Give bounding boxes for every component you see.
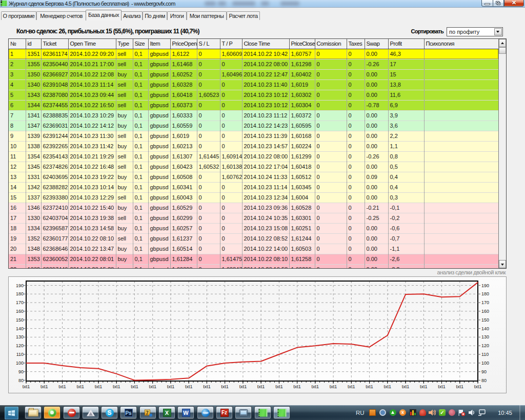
svg-text:150: 150	[16, 317, 24, 323]
svg-text:txt1: txt1	[438, 384, 446, 389]
svg-text:txt1: txt1	[95, 384, 103, 389]
svg-text:txt1: txt1	[239, 384, 247, 389]
svg-text:txt1: txt1	[312, 384, 319, 389]
svg-text:txt1: txt1	[41, 384, 48, 389]
svg-text:170: 170	[481, 300, 489, 305]
svg-text:txt1: txt1	[348, 384, 355, 389]
svg-text:140: 140	[16, 326, 24, 331]
svg-text:txt1: txt1	[185, 384, 193, 389]
svg-text:txt1: txt1	[149, 384, 156, 389]
svg-text:txt1: txt1	[23, 384, 30, 389]
svg-text:120: 120	[16, 343, 24, 348]
svg-text:160: 160	[16, 309, 24, 314]
svg-text:190: 190	[16, 283, 24, 288]
svg-text:txt1: txt1	[131, 384, 138, 389]
svg-text:190: 190	[481, 283, 489, 288]
svg-text:txt1: txt1	[474, 384, 482, 389]
svg-text:180: 180	[16, 291, 24, 296]
svg-text:txt1: txt1	[402, 384, 410, 389]
svg-text:txt1: txt1	[293, 384, 301, 389]
svg-text:120: 120	[481, 343, 489, 348]
svg-text:160: 160	[481, 309, 489, 314]
svg-text:txt1: txt1	[203, 384, 211, 389]
svg-text:130: 130	[16, 334, 24, 339]
svg-text:150: 150	[481, 317, 489, 323]
svg-text:txt1: txt1	[58, 384, 66, 389]
svg-text:90: 90	[18, 369, 24, 374]
svg-text:140: 140	[481, 326, 489, 331]
svg-text:txt1: txt1	[330, 384, 337, 389]
svg-text:80: 80	[481, 378, 487, 383]
svg-text:txt1: txt1	[113, 384, 120, 389]
svg-text:txt1: txt1	[257, 384, 265, 389]
svg-text:txt1: txt1	[456, 384, 464, 389]
svg-text:80: 80	[18, 378, 24, 383]
svg-text:100: 100	[481, 361, 489, 366]
svg-text:100: 100	[16, 361, 24, 366]
svg-text:130: 130	[481, 334, 489, 339]
svg-text:110: 110	[16, 352, 24, 357]
svg-text:110: 110	[481, 352, 489, 357]
svg-text:txt1: txt1	[366, 384, 373, 389]
svg-text:170: 170	[16, 300, 24, 305]
svg-text:txt1: txt1	[167, 384, 175, 389]
svg-text:90: 90	[481, 369, 487, 374]
svg-text:txt1: txt1	[275, 384, 283, 389]
svg-text:txt1: txt1	[221, 384, 229, 389]
svg-text:txt1: txt1	[76, 384, 84, 389]
svg-text:txt1: txt1	[420, 384, 428, 389]
svg-text:txt1: txt1	[384, 384, 392, 389]
svg-text:180: 180	[481, 291, 489, 296]
